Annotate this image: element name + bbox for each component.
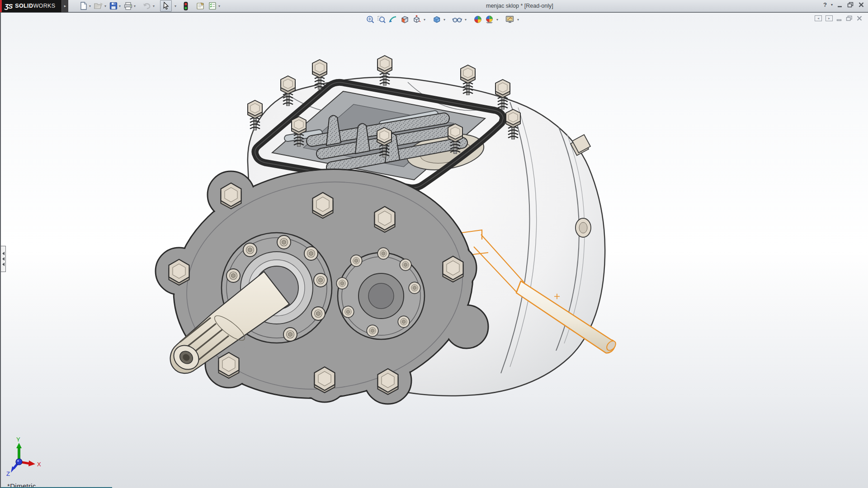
options-button[interactable]: ▾ (207, 0, 221, 11)
dropdown-caret[interactable]: ▾ (175, 4, 176, 8)
hide-show-items-icon (452, 15, 462, 24)
open-button[interactable]: ▾ (93, 0, 107, 11)
collapse-arrow-icon (2, 257, 5, 261)
dropdown-caret[interactable]: ▾ (104, 4, 106, 8)
undo-icon (142, 1, 152, 10)
previous-pane-icon[interactable]: ◂ (815, 15, 822, 21)
document-restore-button[interactable] (846, 15, 853, 21)
restore-button[interactable] (847, 2, 854, 8)
window-controls: ? ▾ (823, 1, 864, 8)
select-button[interactable] (160, 0, 172, 12)
save-button[interactable]: ▾ (108, 0, 122, 11)
print-icon (123, 1, 133, 10)
zoom-to-fit-button[interactable] (365, 14, 375, 24)
apply-scene-button[interactable] (484, 14, 495, 24)
select-cursor-icon (161, 1, 170, 10)
menu-expand-arrow[interactable]: ▸ (61, 0, 68, 12)
view-settings-icon (505, 15, 515, 24)
standard-toolbar: ▾ ▾ ▾ ▾ (78, 0, 221, 12)
save-icon (109, 1, 118, 10)
dropdown-caret[interactable]: ▾ (89, 4, 91, 8)
logo-text: SOLIDWORKS (15, 3, 55, 9)
feature-manager-collapse-tab[interactable] (1, 246, 6, 272)
restore-icon (847, 2, 854, 8)
dropdown-caret[interactable]: ▾ (134, 4, 136, 8)
document-close-button[interactable] (856, 15, 863, 21)
display-style-caret[interactable]: ▾ (443, 18, 445, 22)
new-document-button[interactable]: ▾ (78, 0, 92, 11)
solidworks-logo[interactable]: ƷS SOLIDWORKS (0, 0, 61, 12)
triad-z-label: Z (6, 470, 10, 477)
edit-appearance-button[interactable] (473, 14, 483, 24)
help-caret[interactable]: ▾ (831, 3, 833, 7)
new-document-icon (79, 1, 88, 10)
zoom-to-area-icon (377, 15, 386, 24)
view-orientation-icon (412, 15, 421, 24)
display-style-button[interactable] (432, 14, 442, 24)
triad-x-label: X (37, 461, 41, 468)
previous-view-button[interactable] (388, 14, 398, 24)
undo-button[interactable]: ▾ (141, 0, 156, 11)
select-dropdown[interactable]: ▾ (173, 3, 177, 9)
restore-icon (846, 15, 853, 21)
edit-appearance-icon (473, 15, 482, 24)
close-button[interactable] (858, 2, 864, 8)
file-properties-button[interactable] (194, 0, 206, 11)
view-settings-caret[interactable]: ▾ (517, 18, 519, 22)
close-icon (856, 15, 863, 21)
zoom-to-area-button[interactable] (377, 14, 387, 24)
logo-red-stripe (0, 0, 2, 12)
triad-y-label: Y (16, 436, 20, 443)
minimize-icon (837, 2, 843, 8)
document-minimize-button[interactable] (836, 16, 842, 21)
print-button[interactable]: ▾ (123, 0, 137, 11)
previous-view-icon (388, 15, 398, 24)
section-view-icon (400, 15, 410, 24)
close-icon (858, 2, 864, 8)
section-view-button[interactable] (400, 14, 410, 24)
rebuild-traffic-light-icon (183, 1, 189, 11)
next-pane-icon[interactable]: ▸ (826, 15, 833, 21)
document-window-controls: ◂ ▸ (815, 15, 863, 21)
3ds-logo-icon: ƷS (5, 2, 12, 10)
dropdown-caret[interactable]: ▾ (153, 4, 155, 8)
open-icon (94, 1, 104, 10)
minimize-icon (836, 16, 842, 21)
collapse-arrow-icon (2, 252, 5, 255)
apply-scene-caret[interactable]: ▾ (496, 18, 498, 22)
file-properties-icon (195, 1, 205, 10)
zoom-to-fit-icon (366, 15, 375, 24)
title-bar: ƷS SOLIDWORKS ▸ ▾ ▾ ▾ (0, 0, 868, 12)
display-style-icon (432, 15, 441, 24)
options-icon (208, 1, 217, 10)
rebuild-button[interactable] (182, 0, 190, 12)
hide-show-items-caret[interactable]: ▾ (465, 18, 467, 22)
dropdown-caret[interactable]: ▾ (119, 4, 121, 8)
heads-up-view-toolbar: ▾ ▾ ▾ (365, 14, 519, 24)
view-settings-button[interactable] (505, 14, 515, 24)
orientation-triad: Y X Z (6, 436, 41, 477)
help-button[interactable]: ? (823, 1, 827, 8)
view-orientation-caret[interactable]: ▾ (424, 18, 425, 22)
minimize-button[interactable] (837, 2, 843, 8)
dropdown-caret[interactable]: ▾ (218, 4, 220, 8)
collapse-arrow-icon (2, 263, 5, 266)
window-title: menjac sklop * [Read-only] (486, 3, 553, 9)
gearbox-model[interactable]: Y X Z (0, 0, 868, 488)
hide-show-items-button[interactable] (452, 14, 463, 24)
view-orientation-button[interactable] (411, 14, 422, 24)
apply-scene-icon (485, 15, 494, 24)
graphics-area[interactable]: Y X Z (0, 12, 868, 488)
